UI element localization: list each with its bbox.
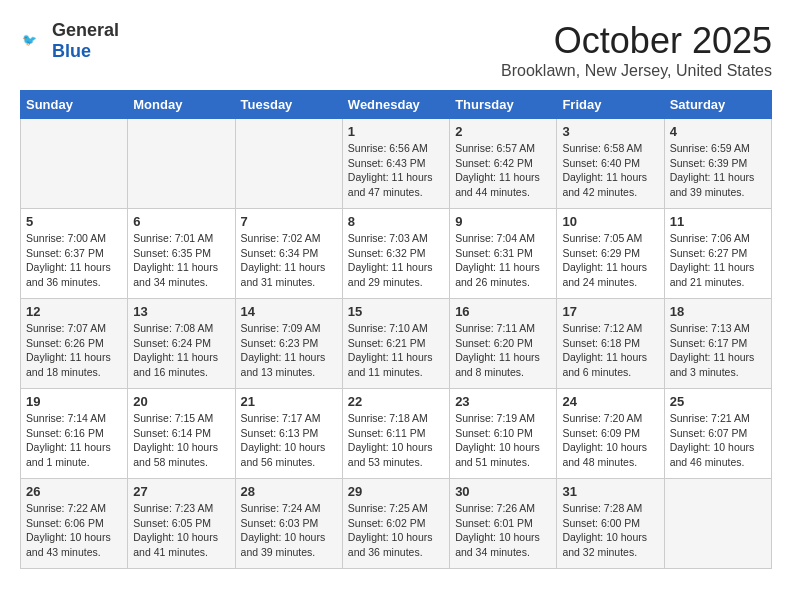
day-cell: 17Sunrise: 7:12 AM Sunset: 6:18 PM Dayli… bbox=[557, 299, 664, 389]
day-cell: 4Sunrise: 6:59 AM Sunset: 6:39 PM Daylig… bbox=[664, 119, 771, 209]
day-number: 13 bbox=[133, 304, 229, 319]
day-number: 11 bbox=[670, 214, 766, 229]
day-info: Sunrise: 7:26 AM Sunset: 6:01 PM Dayligh… bbox=[455, 501, 551, 560]
day-number: 29 bbox=[348, 484, 444, 499]
header-row: SundayMondayTuesdayWednesdayThursdayFrid… bbox=[21, 91, 772, 119]
day-cell: 3Sunrise: 6:58 AM Sunset: 6:40 PM Daylig… bbox=[557, 119, 664, 209]
column-header-thursday: Thursday bbox=[450, 91, 557, 119]
day-info: Sunrise: 7:04 AM Sunset: 6:31 PM Dayligh… bbox=[455, 231, 551, 290]
day-cell: 29Sunrise: 7:25 AM Sunset: 6:02 PM Dayli… bbox=[342, 479, 449, 569]
day-number: 20 bbox=[133, 394, 229, 409]
column-header-wednesday: Wednesday bbox=[342, 91, 449, 119]
day-cell: 11Sunrise: 7:06 AM Sunset: 6:27 PM Dayli… bbox=[664, 209, 771, 299]
day-number: 9 bbox=[455, 214, 551, 229]
day-cell: 23Sunrise: 7:19 AM Sunset: 6:10 PM Dayli… bbox=[450, 389, 557, 479]
logo-blue-text: Blue bbox=[52, 41, 91, 61]
day-info: Sunrise: 7:02 AM Sunset: 6:34 PM Dayligh… bbox=[241, 231, 337, 290]
logo-general-text: General bbox=[52, 20, 119, 40]
day-number: 10 bbox=[562, 214, 658, 229]
column-header-friday: Friday bbox=[557, 91, 664, 119]
day-info: Sunrise: 7:10 AM Sunset: 6:21 PM Dayligh… bbox=[348, 321, 444, 380]
week-row-4: 19Sunrise: 7:14 AM Sunset: 6:16 PM Dayli… bbox=[21, 389, 772, 479]
title-section: October 2025 Brooklawn, New Jersey, Unit… bbox=[501, 20, 772, 80]
logo: 🐦 General Blue bbox=[20, 20, 119, 62]
day-info: Sunrise: 7:18 AM Sunset: 6:11 PM Dayligh… bbox=[348, 411, 444, 470]
day-cell: 2Sunrise: 6:57 AM Sunset: 6:42 PM Daylig… bbox=[450, 119, 557, 209]
day-info: Sunrise: 7:06 AM Sunset: 6:27 PM Dayligh… bbox=[670, 231, 766, 290]
month-title: October 2025 bbox=[501, 20, 772, 62]
day-number: 1 bbox=[348, 124, 444, 139]
day-cell: 21Sunrise: 7:17 AM Sunset: 6:13 PM Dayli… bbox=[235, 389, 342, 479]
day-number: 16 bbox=[455, 304, 551, 319]
day-info: Sunrise: 6:56 AM Sunset: 6:43 PM Dayligh… bbox=[348, 141, 444, 200]
day-cell: 31Sunrise: 7:28 AM Sunset: 6:00 PM Dayli… bbox=[557, 479, 664, 569]
day-cell: 26Sunrise: 7:22 AM Sunset: 6:06 PM Dayli… bbox=[21, 479, 128, 569]
day-number: 25 bbox=[670, 394, 766, 409]
day-cell bbox=[128, 119, 235, 209]
day-number: 7 bbox=[241, 214, 337, 229]
day-cell: 9Sunrise: 7:04 AM Sunset: 6:31 PM Daylig… bbox=[450, 209, 557, 299]
day-info: Sunrise: 7:07 AM Sunset: 6:26 PM Dayligh… bbox=[26, 321, 122, 380]
day-cell: 5Sunrise: 7:00 AM Sunset: 6:37 PM Daylig… bbox=[21, 209, 128, 299]
day-cell bbox=[664, 479, 771, 569]
day-info: Sunrise: 7:05 AM Sunset: 6:29 PM Dayligh… bbox=[562, 231, 658, 290]
day-info: Sunrise: 7:20 AM Sunset: 6:09 PM Dayligh… bbox=[562, 411, 658, 470]
day-cell bbox=[21, 119, 128, 209]
day-number: 14 bbox=[241, 304, 337, 319]
day-number: 15 bbox=[348, 304, 444, 319]
day-info: Sunrise: 7:09 AM Sunset: 6:23 PM Dayligh… bbox=[241, 321, 337, 380]
day-cell: 15Sunrise: 7:10 AM Sunset: 6:21 PM Dayli… bbox=[342, 299, 449, 389]
day-info: Sunrise: 7:00 AM Sunset: 6:37 PM Dayligh… bbox=[26, 231, 122, 290]
day-number: 17 bbox=[562, 304, 658, 319]
column-header-tuesday: Tuesday bbox=[235, 91, 342, 119]
day-info: Sunrise: 7:21 AM Sunset: 6:07 PM Dayligh… bbox=[670, 411, 766, 470]
day-number: 4 bbox=[670, 124, 766, 139]
column-header-sunday: Sunday bbox=[21, 91, 128, 119]
day-cell: 14Sunrise: 7:09 AM Sunset: 6:23 PM Dayli… bbox=[235, 299, 342, 389]
day-cell: 16Sunrise: 7:11 AM Sunset: 6:20 PM Dayli… bbox=[450, 299, 557, 389]
page-header: 🐦 General Blue October 2025 Brooklawn, N… bbox=[20, 20, 772, 80]
column-header-saturday: Saturday bbox=[664, 91, 771, 119]
week-row-3: 12Sunrise: 7:07 AM Sunset: 6:26 PM Dayli… bbox=[21, 299, 772, 389]
day-info: Sunrise: 7:25 AM Sunset: 6:02 PM Dayligh… bbox=[348, 501, 444, 560]
day-cell: 6Sunrise: 7:01 AM Sunset: 6:35 PM Daylig… bbox=[128, 209, 235, 299]
day-number: 28 bbox=[241, 484, 337, 499]
day-number: 19 bbox=[26, 394, 122, 409]
day-number: 24 bbox=[562, 394, 658, 409]
day-info: Sunrise: 7:22 AM Sunset: 6:06 PM Dayligh… bbox=[26, 501, 122, 560]
day-cell: 13Sunrise: 7:08 AM Sunset: 6:24 PM Dayli… bbox=[128, 299, 235, 389]
day-number: 21 bbox=[241, 394, 337, 409]
day-cell: 28Sunrise: 7:24 AM Sunset: 6:03 PM Dayli… bbox=[235, 479, 342, 569]
day-info: Sunrise: 6:58 AM Sunset: 6:40 PM Dayligh… bbox=[562, 141, 658, 200]
day-cell: 20Sunrise: 7:15 AM Sunset: 6:14 PM Dayli… bbox=[128, 389, 235, 479]
day-cell: 22Sunrise: 7:18 AM Sunset: 6:11 PM Dayli… bbox=[342, 389, 449, 479]
day-info: Sunrise: 7:03 AM Sunset: 6:32 PM Dayligh… bbox=[348, 231, 444, 290]
day-number: 31 bbox=[562, 484, 658, 499]
day-cell: 19Sunrise: 7:14 AM Sunset: 6:16 PM Dayli… bbox=[21, 389, 128, 479]
day-number: 12 bbox=[26, 304, 122, 319]
svg-text:🐦: 🐦 bbox=[22, 32, 37, 47]
day-cell: 12Sunrise: 7:07 AM Sunset: 6:26 PM Dayli… bbox=[21, 299, 128, 389]
day-cell: 27Sunrise: 7:23 AM Sunset: 6:05 PM Dayli… bbox=[128, 479, 235, 569]
day-number: 6 bbox=[133, 214, 229, 229]
day-number: 30 bbox=[455, 484, 551, 499]
day-info: Sunrise: 7:12 AM Sunset: 6:18 PM Dayligh… bbox=[562, 321, 658, 380]
day-info: Sunrise: 7:28 AM Sunset: 6:00 PM Dayligh… bbox=[562, 501, 658, 560]
day-number: 2 bbox=[455, 124, 551, 139]
day-info: Sunrise: 7:08 AM Sunset: 6:24 PM Dayligh… bbox=[133, 321, 229, 380]
day-cell: 7Sunrise: 7:02 AM Sunset: 6:34 PM Daylig… bbox=[235, 209, 342, 299]
day-cell: 18Sunrise: 7:13 AM Sunset: 6:17 PM Dayli… bbox=[664, 299, 771, 389]
day-number: 27 bbox=[133, 484, 229, 499]
column-header-monday: Monday bbox=[128, 91, 235, 119]
day-number: 22 bbox=[348, 394, 444, 409]
day-info: Sunrise: 7:17 AM Sunset: 6:13 PM Dayligh… bbox=[241, 411, 337, 470]
day-info: Sunrise: 7:14 AM Sunset: 6:16 PM Dayligh… bbox=[26, 411, 122, 470]
day-info: Sunrise: 6:59 AM Sunset: 6:39 PM Dayligh… bbox=[670, 141, 766, 200]
day-info: Sunrise: 7:01 AM Sunset: 6:35 PM Dayligh… bbox=[133, 231, 229, 290]
day-number: 8 bbox=[348, 214, 444, 229]
day-number: 5 bbox=[26, 214, 122, 229]
logo-icon: 🐦 bbox=[22, 29, 52, 53]
day-cell: 1Sunrise: 6:56 AM Sunset: 6:43 PM Daylig… bbox=[342, 119, 449, 209]
day-info: Sunrise: 6:57 AM Sunset: 6:42 PM Dayligh… bbox=[455, 141, 551, 200]
location: Brooklawn, New Jersey, United States bbox=[501, 62, 772, 80]
